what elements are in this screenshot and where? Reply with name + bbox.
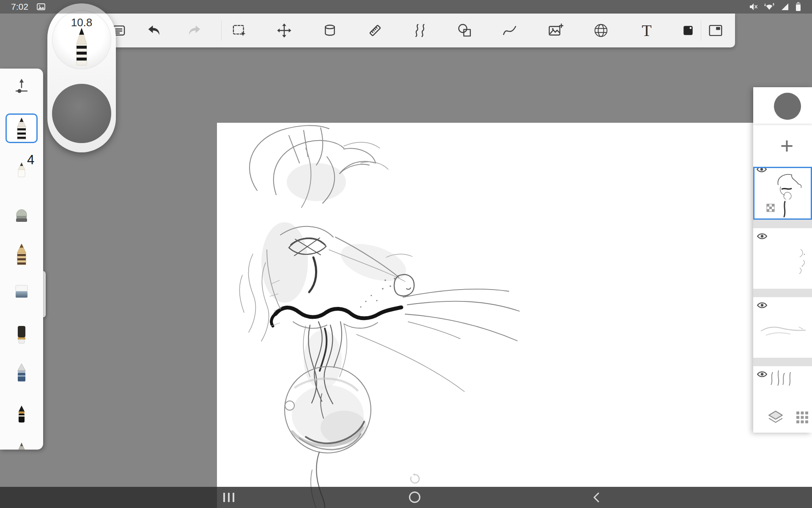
pencil-partial-tool[interactable] bbox=[9, 435, 34, 450]
airbrush-icon bbox=[10, 361, 33, 385]
layer-item[interactable] bbox=[753, 228, 812, 289]
layer-visibility-toggle[interactable] bbox=[756, 167, 767, 175]
undo-button[interactable] bbox=[145, 21, 164, 40]
drawing-canvas[interactable] bbox=[217, 123, 812, 508]
undo-icon bbox=[146, 22, 162, 39]
battery-icon bbox=[796, 2, 801, 11]
layer-visibility-toggle[interactable] bbox=[757, 301, 768, 311]
layer-thumbnail bbox=[757, 318, 810, 343]
quick-adjust-icon bbox=[10, 75, 33, 99]
import-image-button[interactable] bbox=[546, 21, 565, 40]
brush-rail: 4 bbox=[0, 69, 43, 450]
ruler-tool-button[interactable] bbox=[366, 21, 384, 40]
recents-button[interactable] bbox=[223, 493, 234, 502]
hard-eraser-tool[interactable] bbox=[9, 279, 34, 304]
technical-pen-tool[interactable] bbox=[9, 402, 34, 426]
main-toolbar: T bbox=[104, 14, 735, 47]
gallery-notification-icon bbox=[37, 3, 45, 11]
colored-pencil-tool[interactable] bbox=[9, 242, 34, 266]
layers-panel: + bbox=[753, 87, 812, 433]
perspective-tool-button[interactable] bbox=[592, 21, 610, 40]
mute-icon bbox=[749, 3, 758, 11]
active-color-section bbox=[753, 87, 812, 124]
ink-pen-tool[interactable] bbox=[9, 322, 34, 347]
color-swatch-icon bbox=[680, 22, 696, 39]
stroke-tool-button[interactable] bbox=[500, 21, 519, 40]
pencil-6b-tool[interactable] bbox=[9, 116, 34, 141]
toolbar-divider bbox=[221, 20, 222, 41]
alpha-lock-icon[interactable] bbox=[766, 204, 775, 212]
selection-icon bbox=[231, 22, 247, 39]
clock: 7:02 bbox=[11, 2, 28, 12]
layer-grid-icon[interactable] bbox=[796, 411, 809, 424]
artwork-sketch bbox=[217, 123, 812, 508]
layer-visibility-toggle[interactable] bbox=[757, 232, 768, 242]
quick-adjust-tool[interactable] bbox=[9, 75, 34, 99]
brush-puck[interactable]: 10.8 bbox=[47, 3, 116, 152]
technical-pen-icon bbox=[10, 402, 33, 426]
fill-icon bbox=[322, 22, 338, 39]
android-status-bar: 7:02 bbox=[0, 0, 812, 14]
hard-eraser-icon bbox=[10, 280, 33, 304]
sketch-app-screen: T bbox=[0, 0, 812, 508]
shapes-tool-button[interactable] bbox=[455, 21, 474, 40]
distort-tool-button[interactable] bbox=[411, 21, 429, 40]
signal-icon bbox=[781, 3, 789, 11]
transform-icon bbox=[276, 22, 292, 39]
pencil-6b-icon bbox=[10, 117, 33, 141]
stroke-icon bbox=[502, 22, 518, 39]
perspective-icon bbox=[593, 22, 609, 39]
layer-list bbox=[753, 167, 812, 402]
soft-eraser-tool[interactable] bbox=[9, 201, 34, 225]
layer-thumbnail bbox=[773, 170, 810, 199]
wifi-icon bbox=[764, 3, 774, 11]
transform-tool-button[interactable] bbox=[275, 21, 294, 40]
airbrush-tool[interactable] bbox=[9, 361, 34, 385]
brush-size-puck[interactable]: 10.8 bbox=[52, 10, 111, 69]
layer-thumbnail bbox=[765, 369, 801, 401]
redo-button[interactable] bbox=[185, 21, 203, 40]
canvas-rotate-icon[interactable] bbox=[409, 473, 420, 484]
toolbar-divider bbox=[701, 20, 701, 41]
layer-panel-controls bbox=[753, 402, 812, 433]
selection-tool-button[interactable] bbox=[230, 21, 248, 40]
color-puck[interactable] bbox=[52, 84, 111, 143]
back-button[interactable] bbox=[591, 492, 602, 505]
ink-pen-icon bbox=[10, 323, 33, 346]
soft-eraser-icon bbox=[10, 201, 33, 225]
color-swatch-button[interactable] bbox=[679, 21, 697, 40]
text-tool-glyph: T bbox=[642, 22, 651, 39]
pencil-grade-badge: 4 bbox=[27, 152, 34, 168]
layer-item[interactable] bbox=[753, 297, 812, 358]
layout-icon bbox=[708, 22, 724, 39]
layer-item[interactable] bbox=[753, 366, 812, 402]
pencil-partial-icon bbox=[10, 435, 33, 450]
home-button[interactable] bbox=[409, 491, 420, 503]
android-nav-bar bbox=[0, 487, 812, 508]
import-image-icon bbox=[547, 22, 563, 39]
shapes-icon bbox=[457, 22, 473, 39]
layer-stroke-mark bbox=[781, 200, 789, 218]
layer-thumbnail bbox=[784, 242, 809, 280]
active-color-swatch[interactable] bbox=[774, 93, 801, 120]
text-tool-button[interactable]: T bbox=[637, 21, 656, 40]
distort-icon bbox=[412, 22, 428, 39]
fill-tool-button[interactable] bbox=[321, 21, 339, 40]
layer-item-selected[interactable] bbox=[753, 167, 812, 220]
colored-pencil-icon bbox=[10, 242, 33, 266]
ruler-icon bbox=[367, 22, 383, 39]
layout-button[interactable] bbox=[706, 21, 725, 40]
add-layer-button[interactable]: + bbox=[757, 128, 812, 163]
redo-icon bbox=[186, 22, 202, 39]
puck-pencil-icon bbox=[73, 27, 90, 68]
layer-blend-icon[interactable] bbox=[768, 410, 784, 425]
